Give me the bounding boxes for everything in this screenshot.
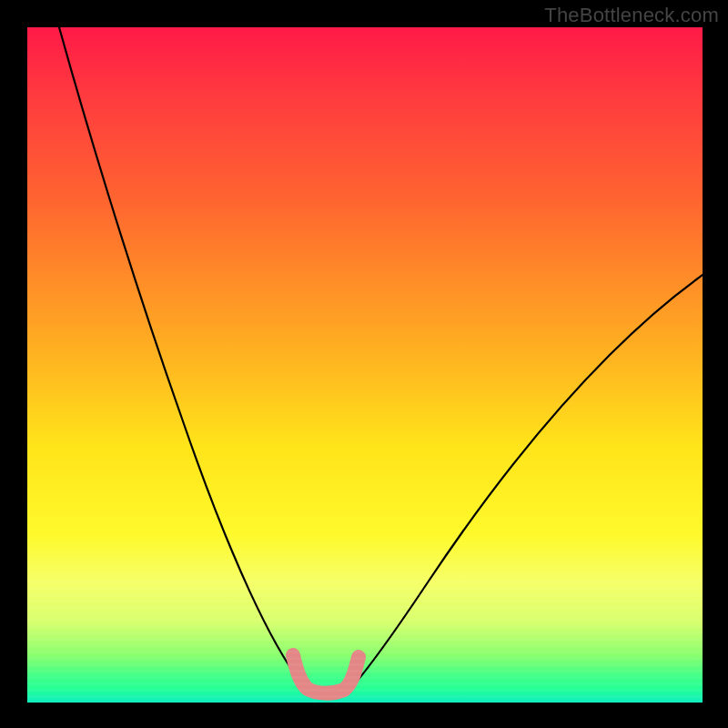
- valley-marker: [293, 655, 359, 693]
- chart-curves-svg: [27, 27, 703, 703]
- left-curve: [59, 27, 306, 688]
- watermark-text: TheBottleneck.com: [544, 4, 719, 27]
- plot-area: [27, 27, 703, 703]
- right-curve: [351, 275, 703, 688]
